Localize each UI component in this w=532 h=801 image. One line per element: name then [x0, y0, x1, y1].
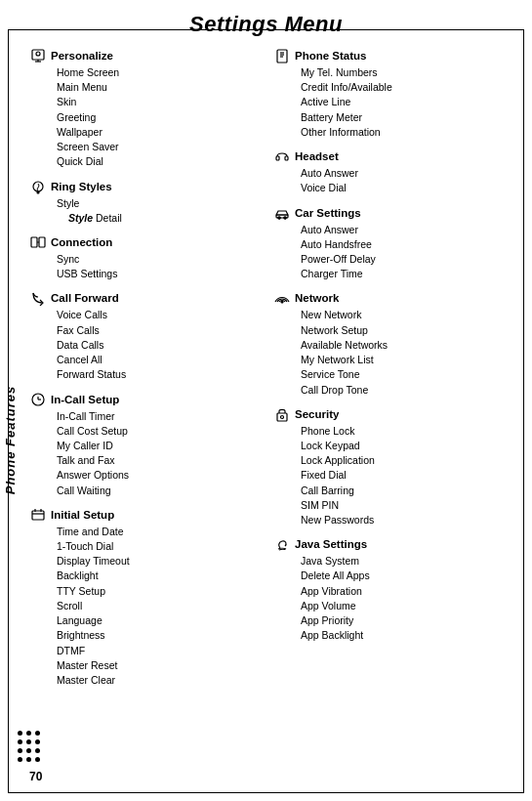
dot [18, 757, 22, 762]
dot [35, 757, 40, 762]
side-label: Phone Features [0, 361, 21, 518]
dot [35, 731, 40, 736]
dots-decoration [18, 731, 40, 762]
dot [26, 739, 31, 744]
dot [26, 748, 31, 753]
side-label-text: Phone Features [4, 385, 19, 494]
page-number: 70 [29, 770, 42, 783]
dot [26, 757, 31, 762]
dot [35, 748, 40, 753]
dot [18, 731, 22, 736]
dot [18, 748, 22, 753]
dot [18, 739, 22, 744]
page-border [8, 29, 524, 793]
dot [26, 731, 31, 736]
dot [35, 739, 40, 744]
